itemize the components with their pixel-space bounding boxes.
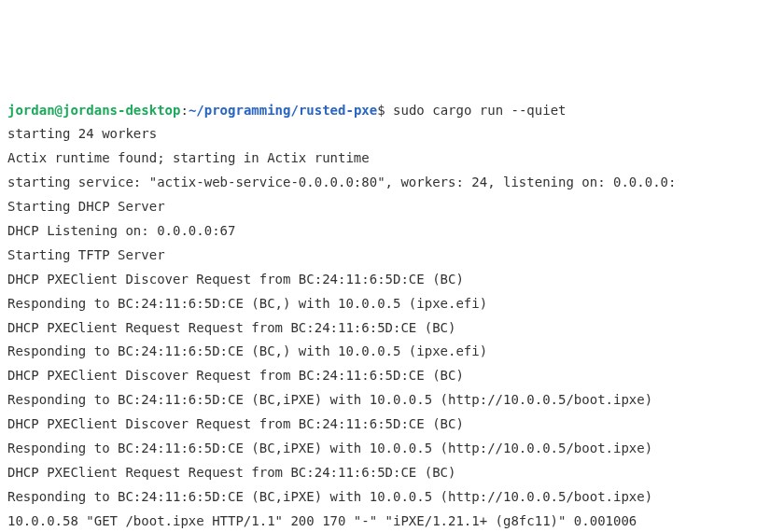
output-line: DHCP PXEClient Request Request from BC:2…	[7, 465, 455, 480]
prompt-at: @	[55, 103, 63, 118]
output-line: DHCP PXEClient Discover Request from BC:…	[7, 368, 464, 383]
output-line: DHCP Listening on: 0.0.0.0:67	[7, 223, 235, 238]
output-line: Responding to BC:24:11:6:5D:CE (BC,) wit…	[7, 343, 487, 358]
output-line: Responding to BC:24:11:6:5D:CE (BC,) wit…	[7, 296, 487, 311]
prompt-dollar: $	[377, 103, 385, 118]
output-line: Starting DHCP Server	[7, 199, 165, 214]
prompt-host: jordans-desktop	[63, 103, 180, 118]
output-line: Actix runtime found; starting in Actix r…	[7, 150, 370, 165]
output-line: DHCP PXEClient Discover Request from BC:…	[7, 416, 464, 431]
prompt-path: ~/programming/rusted-pxe	[189, 103, 377, 118]
output-line: Responding to BC:24:11:6:5D:CE (BC,iPXE)…	[7, 392, 652, 407]
output-line: DHCP PXEClient Request Request from BC:2…	[7, 320, 455, 335]
terminal-output[interactable]: jordan@jordans-desktop:~/programming/rus…	[7, 99, 763, 532]
output-line: 10.0.0.58 "GET /boot.ipxe HTTP/1.1" 200 …	[7, 513, 637, 528]
command-text: sudo cargo run --quiet	[385, 103, 567, 118]
prompt-colon: :	[180, 103, 188, 118]
output-line: Responding to BC:24:11:6:5D:CE (BC,iPXE)…	[7, 489, 652, 504]
prompt-user: jordan	[7, 103, 55, 118]
output-line: starting 24 workers	[7, 126, 157, 141]
output-line: Starting TFTP Server	[7, 247, 165, 262]
output-line: starting service: "actix-web-service-0.0…	[7, 175, 676, 189]
output-line: Responding to BC:24:11:6:5D:CE (BC,iPXE)…	[7, 441, 652, 455]
output-line: DHCP PXEClient Discover Request from BC:…	[7, 272, 464, 287]
